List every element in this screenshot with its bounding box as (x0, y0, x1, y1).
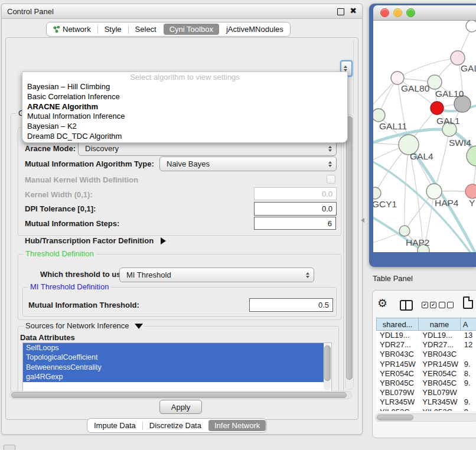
node-hap2[interactable] (399, 226, 410, 236)
mi-steps-field[interactable]: 6 (254, 217, 336, 230)
table-horizontal-scrollbar-thumb[interactable] (377, 415, 413, 420)
aracne-mode-combo[interactable]: Discovery (78, 141, 337, 156)
table-row[interactable]: YBR045CYBR045C9. (376, 379, 476, 388)
node-label-gcy1: GCY1 (373, 199, 397, 209)
threshold-definition-title: Threshold Definition (23, 249, 96, 258)
tab-network[interactable]: Network (47, 24, 97, 35)
zoom-traffic-light[interactable] (406, 8, 415, 17)
node-salmon[interactable] (465, 184, 476, 198)
data-attributes-list: SelfLoops TopologicalCoefficient Between… (22, 343, 332, 392)
table-row[interactable]: YDR27...YDR27...12 (376, 340, 476, 350)
table-panel-window: ⚙ ✔✔ shared... name A YDL19...YDL19...13… (372, 290, 476, 438)
collapsed-panel-button[interactable] (4, 445, 15, 450)
list-item-topologicalcoefficient[interactable]: TopologicalCoefficient (23, 353, 324, 362)
dropdown-item-basic-correlation[interactable]: Basic Correlation Inference (22, 92, 347, 102)
kernel-width-field[interactable]: 0.0 (254, 187, 337, 200)
float-window-icon[interactable] (337, 8, 344, 15)
table-row[interactable]: YER054CYER054C8. (376, 369, 476, 379)
table-row[interactable]: YBR043CYBR043C (376, 350, 476, 359)
mi-threshold-field[interactable]: 0.5 (249, 298, 333, 312)
node-gal11[interactable] (373, 109, 385, 122)
network-edge (397, 58, 458, 78)
dpi-tolerance-field[interactable]: 0.0 (254, 202, 337, 216)
mi-algorithm-type-combo[interactable]: Naive Bayes (159, 156, 337, 171)
table-row[interactable]: YLR345WYLR345W9. (376, 397, 476, 407)
tab-select[interactable]: Select (129, 24, 162, 35)
aracne-mode-label: Aracne Mode: (25, 144, 76, 153)
node-label-gal: GAL (461, 63, 476, 73)
attribute-list-scrollbar[interactable] (324, 344, 331, 390)
list-item-gal4rgexp[interactable]: gal4RGexp (23, 372, 324, 381)
settings-horizontal-scrollbar-thumb[interactable] (11, 392, 347, 398)
list-item-betweennesscentrality[interactable]: BetweennessCentrality (23, 363, 324, 372)
node-label-y: Y (469, 198, 475, 208)
hub-definition-expander[interactable]: Hub/Transcription Factor Definition (25, 236, 166, 245)
which-threshold-combo[interactable]: MI Threshold (119, 268, 314, 282)
node-label-gal80: GAL80 (401, 83, 430, 93)
dropdown-item-bayesian-k2[interactable]: Bayesian – K2 (22, 122, 347, 132)
close-icon[interactable]: ✖ (350, 6, 357, 15)
tab-discretize-data[interactable]: Discretize Data (144, 420, 207, 431)
cyni-toolbox-panel: gal-filtered.sif default node Cyni Algor… (5, 37, 358, 420)
combo-arrows-icon (328, 161, 332, 167)
tab-cyni-toolbox[interactable]: Cyni Toolbox (164, 24, 219, 35)
list-item-selfloops[interactable]: SelfLoops (23, 343, 324, 353)
dpi-tolerance-value: 0.0 (322, 204, 332, 213)
page-icon[interactable] (463, 296, 473, 309)
manual-kernel-checkbox[interactable] (327, 175, 335, 184)
combo-arrows-icon (306, 272, 309, 278)
node-hap4[interactable] (426, 184, 442, 199)
mi-threshold-group-title: MI Threshold Definition (28, 282, 111, 291)
dropdown-placeholder: Select algorithm to view settings (22, 72, 347, 82)
close-traffic-light[interactable] (380, 8, 389, 17)
dropdown-item-aracne[interactable]: ARACNE Algorithm (22, 102, 347, 112)
table-row[interactable]: YBL079WYBL079W (376, 388, 476, 397)
network-edge (405, 145, 409, 231)
tab-impute-data[interactable]: Impute Data (88, 420, 142, 431)
node-gal10[interactable] (428, 75, 442, 89)
table-row[interactable]: YIL052CYIL052C9. (376, 407, 476, 412)
node-gcy1[interactable] (373, 187, 381, 199)
table-row[interactable]: YPR145WYPR145W9. (376, 360, 476, 369)
apply-button[interactable]: Apply (159, 400, 202, 414)
table-horizontal-scrollbar[interactable] (375, 413, 476, 422)
network-view-window: GALGAL80GAL10GAL1GAL11SWI4GAL4GCY1HAP4YH… (369, 4, 476, 267)
which-threshold-label: Which threshold to use: (40, 270, 128, 279)
deselect-all-icon[interactable] (439, 302, 454, 308)
node-right-green[interactable] (467, 146, 476, 166)
columns-icon[interactable] (400, 300, 413, 311)
collapse-arrow-icon (135, 324, 143, 329)
settings-horizontal-scrollbar[interactable] (9, 391, 352, 399)
select-all-icon[interactable]: ✔✔ (422, 302, 436, 308)
settings-vertical-scrollbar-thumb[interactable] (346, 116, 353, 380)
table-row[interactable]: YDL19...YDL19...13 (376, 331, 476, 340)
control-panel-titlebar: Control Panel (2, 4, 362, 19)
dropdown-item-mutual-information[interactable]: Mutual Information Inference (22, 112, 347, 122)
column-header-shared-name[interactable]: shared... (376, 318, 419, 331)
sources-group-title[interactable]: Sources for Network Inference (23, 321, 145, 330)
attribute-list-scrollbar-thumb[interactable] (324, 345, 331, 381)
data-attributes-label: Data Attributes (20, 333, 75, 342)
dropdown-item-bayesian-hill-climbing[interactable]: Bayesian – Hill Climbing (22, 82, 347, 92)
dropdown-item-dream8[interactable]: Dream8 DC_TDC Algorithm (22, 132, 347, 142)
settings-vertical-scrollbar[interactable] (345, 115, 354, 390)
tab-infer-network[interactable]: Infer Network (208, 420, 266, 431)
mi-steps-label: Mutual Information Steps: (25, 219, 119, 228)
tab-jactivemnodules[interactable]: jActiveMNodules (220, 24, 289, 35)
network-canvas[interactable]: GALGAL80GAL10GAL1GAL11SWI4GAL4GCY1HAP4YH… (373, 21, 476, 252)
mi-threshold-label: Mutual Information Threshold: (28, 301, 139, 309)
gear-icon[interactable]: ⚙ (377, 298, 387, 309)
column-header-partial[interactable]: A (461, 318, 476, 331)
column-header-name[interactable]: name (419, 318, 460, 331)
tab-style[interactable]: Style (99, 24, 128, 35)
panel-divider (353, 40, 354, 113)
splitter-collapse-icon[interactable] (361, 218, 364, 223)
node-gal80[interactable] (391, 71, 404, 84)
node-label-gal4: GAL4 (410, 151, 433, 161)
node-gal1-red[interactable] (431, 102, 444, 115)
dpi-tolerance-label: DPI Tolerance [0,1]: (25, 204, 96, 213)
minimize-traffic-light[interactable] (393, 8, 402, 17)
control-panel-window: Control Panel ✖ Network Style Select Cyn… (1, 4, 363, 435)
node-top-partial[interactable] (466, 21, 476, 32)
node-label-gal10: GAL10 (435, 89, 464, 99)
